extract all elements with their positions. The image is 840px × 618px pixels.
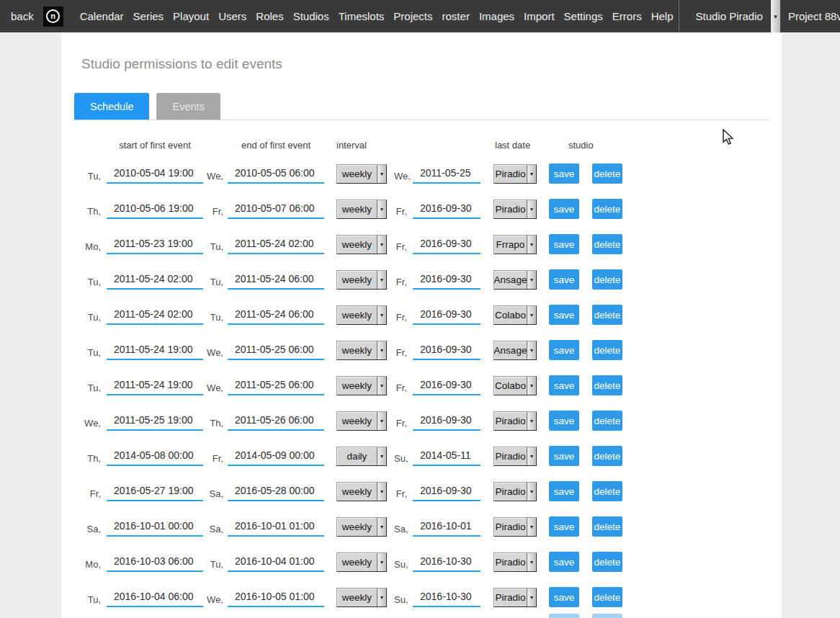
project-switch-select[interactable]: Project 88vier ▾	[780, 0, 840, 32]
nav-item-roles[interactable]: Roles	[256, 10, 283, 22]
delete-button[interactable]: delete	[592, 305, 622, 325]
end-of-first-event-input[interactable]	[228, 588, 324, 607]
studio-select[interactable]: Piradio▾	[493, 200, 537, 219]
tab-events[interactable]: Events	[156, 93, 220, 120]
end-of-first-event-input[interactable]	[228, 552, 324, 572]
save-button[interactable]: save	[549, 552, 579, 572]
start-of-first-event-input[interactable]	[107, 482, 203, 501]
delete-button[interactable]: delete	[592, 164, 622, 184]
last-date-input[interactable]	[413, 552, 481, 572]
interval-select[interactable]: weekly▾	[336, 376, 387, 395]
last-date-input[interactable]	[413, 305, 481, 325]
interval-select[interactable]: daily▾	[336, 447, 387, 466]
save-button[interactable]: save	[549, 446, 579, 466]
nav-item-users[interactable]: Users	[218, 10, 246, 22]
nav-item-import[interactable]: Import	[524, 10, 555, 22]
studio-switch-select[interactable]: Studio Piradio ▾	[679, 0, 780, 32]
studio-select[interactable]: Piradio▾	[493, 588, 537, 607]
nav-item-playout[interactable]: Playout	[173, 10, 209, 22]
end-of-first-event-input[interactable]	[228, 200, 324, 219]
delete-button[interactable]: delete	[592, 340, 622, 360]
delete-button[interactable]: delete	[592, 269, 622, 290]
delete-button[interactable]: delete	[592, 481, 622, 501]
delete-button[interactable]: delete	[592, 234, 622, 254]
nav-item-roster[interactable]: roster	[442, 10, 470, 22]
delete-button[interactable]: delete	[592, 411, 622, 431]
delete-button[interactable]: delete	[592, 552, 622, 572]
nav-item-timeslots[interactable]: Timeslots	[339, 10, 385, 22]
interval-select[interactable]: weekly▾	[336, 200, 387, 219]
last-date-input[interactable]	[413, 235, 481, 254]
interval-select[interactable]: weekly▾	[336, 482, 387, 501]
interval-select[interactable]: weekly▾	[336, 517, 387, 537]
end-of-first-event-input[interactable]	[228, 376, 324, 395]
interval-select[interactable]: weekly▾	[336, 588, 387, 607]
end-of-first-event-input[interactable]	[228, 235, 324, 254]
start-of-first-event-input[interactable]	[107, 588, 203, 607]
nav-item-series[interactable]: Series	[133, 10, 164, 22]
delete-button[interactable]: delete	[592, 199, 622, 219]
nav-item-projects[interactable]: Projects	[393, 10, 432, 22]
last-date-input[interactable]	[413, 164, 481, 184]
partial-next-row-save-button[interactable]	[549, 614, 579, 618]
start-of-first-event-input[interactable]	[107, 552, 203, 572]
end-of-first-event-input[interactable]	[228, 411, 324, 431]
studio-select[interactable]: Piradio▾	[493, 447, 537, 466]
last-date-input[interactable]	[413, 482, 481, 501]
studio-select[interactable]: Piradio▾	[493, 411, 537, 431]
end-of-first-event-input[interactable]	[228, 482, 324, 501]
interval-select[interactable]: weekly▾	[336, 305, 387, 325]
back-link[interactable]: back	[11, 10, 34, 22]
studio-select[interactable]: Colabo▾	[493, 305, 537, 325]
studio-select[interactable]: Ansage▾	[493, 341, 537, 360]
save-button[interactable]: save	[549, 411, 579, 431]
delete-button[interactable]: delete	[592, 375, 622, 395]
last-date-input[interactable]	[413, 517, 481, 537]
end-of-first-event-input[interactable]	[228, 270, 324, 290]
tab-schedule[interactable]: Schedule	[74, 93, 149, 120]
studio-select[interactable]: Piradio▾	[493, 482, 537, 501]
save-button[interactable]: save	[549, 375, 579, 395]
delete-button[interactable]: delete	[592, 446, 622, 466]
start-of-first-event-input[interactable]	[107, 517, 203, 537]
interval-select[interactable]: weekly▾	[336, 270, 387, 290]
studio-select[interactable]: Frrapo▾	[493, 235, 537, 254]
last-date-input[interactable]	[413, 270, 481, 290]
save-button[interactable]: save	[549, 199, 579, 219]
start-of-first-event-input[interactable]	[107, 164, 203, 184]
end-of-first-event-input[interactable]	[228, 447, 324, 466]
start-of-first-event-input[interactable]	[107, 341, 203, 360]
nav-item-help[interactable]: Help	[651, 10, 674, 22]
start-of-first-event-input[interactable]	[107, 411, 203, 431]
last-date-input[interactable]	[413, 588, 481, 607]
save-button[interactable]: save	[549, 305, 579, 325]
start-of-first-event-input[interactable]	[107, 376, 203, 395]
last-date-input[interactable]	[413, 341, 481, 360]
delete-button[interactable]: delete	[592, 516, 622, 537]
studio-select[interactable]: Piradio▾	[493, 517, 537, 537]
nav-item-calendar[interactable]: Calendar	[80, 10, 124, 22]
studio-select[interactable]: Piradio▾	[493, 164, 537, 184]
last-date-input[interactable]	[413, 376, 481, 395]
studio-select[interactable]: Piradio▾	[493, 552, 537, 572]
last-date-input[interactable]	[413, 411, 481, 431]
start-of-first-event-input[interactable]	[107, 447, 203, 466]
nav-item-images[interactable]: Images	[479, 10, 514, 22]
chevron-down-icon[interactable]: ▾	[771, 0, 780, 32]
app-logo[interactable]: n	[43, 6, 63, 27]
interval-select[interactable]: weekly▾	[336, 341, 387, 360]
delete-button[interactable]: delete	[592, 587, 622, 607]
save-button[interactable]: save	[549, 164, 579, 184]
start-of-first-event-input[interactable]	[107, 200, 203, 219]
nav-item-studios[interactable]: Studios	[293, 10, 329, 22]
end-of-first-event-input[interactable]	[228, 517, 324, 537]
studio-select[interactable]: Colabo▾	[493, 376, 537, 395]
nav-item-errors[interactable]: Errors	[612, 10, 642, 22]
save-button[interactable]: save	[549, 340, 579, 360]
interval-select[interactable]: weekly▾	[336, 235, 387, 254]
save-button[interactable]: save	[549, 269, 579, 290]
save-button[interactable]: save	[549, 516, 579, 537]
last-date-input[interactable]	[413, 447, 481, 466]
last-date-input[interactable]	[413, 200, 481, 219]
end-of-first-event-input[interactable]	[228, 341, 324, 360]
